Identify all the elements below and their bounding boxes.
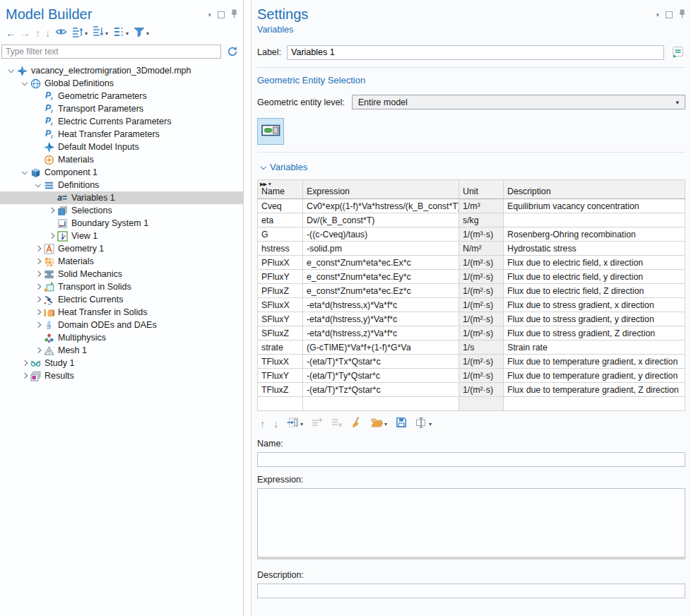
clear-table-button[interactable] — [350, 417, 364, 431]
description-cell[interactable]: Flux due to electric field, x direction — [504, 256, 685, 270]
tree-item-domain-odes-and-daes[interactable]: ddtDomain ODEs and DAEs — [0, 319, 243, 331]
expression-cell[interactable]: -eta*d(hstress,z)*Va*f*c — [303, 326, 459, 340]
tree-collapse-icon[interactable] — [19, 82, 30, 85]
tree-item-definitions[interactable]: Definitions — [0, 179, 243, 191]
tree-item-results[interactable]: Results — [0, 369, 243, 382]
active-toggle-button[interactable] — [257, 118, 284, 145]
description-cell[interactable]: Flux due to stress gradient, y direction — [504, 312, 685, 326]
description-cell[interactable]: Hydrostatic stress — [504, 242, 685, 256]
tree-expand-icon[interactable] — [33, 247, 43, 251]
expression-cell[interactable]: e_const*Znum*eta*ec.Ey*c — [303, 270, 459, 284]
expression-cell[interactable]: -solid.pm — [303, 242, 459, 256]
move-down-button[interactable]: ↓ — [44, 26, 52, 40]
tree-expand-icon[interactable] — [33, 259, 43, 263]
tree-item-selections[interactable]: Selections — [0, 204, 243, 217]
move-up-button[interactable]: ↑ — [34, 26, 42, 40]
panel-menu-icon[interactable]: ▾ — [656, 11, 659, 18]
tree-item-materials[interactable]: Materials — [0, 255, 243, 268]
description-cell[interactable]: Flux due to temperature gradient, y dire… — [504, 369, 685, 383]
pin-panel-icon[interactable] — [679, 8, 685, 21]
collapse-all-button[interactable]: ▾ — [91, 26, 110, 40]
name-cell[interactable]: hstress — [258, 242, 303, 256]
tree-expand-icon[interactable] — [33, 285, 43, 289]
add-button[interactable] — [310, 417, 324, 431]
expression-cell[interactable]: -(eta/T)*Tz*Qstar*c — [303, 383, 459, 397]
expand-all-button[interactable]: ▾ — [71, 26, 89, 40]
label-input[interactable] — [287, 45, 664, 60]
expression-cell[interactable]: -eta*d(hstress,y)*Va*f*c — [303, 312, 459, 326]
tree-item-electric-currents[interactable]: Electric Currents — [0, 293, 243, 306]
tree-item-transport-in-solids[interactable]: Transport in Solids — [0, 280, 243, 293]
tree-item-vacancy-electromigration-3dmodel-mph[interactable]: vacancy_electromigration_3Dmodel.mph — [0, 64, 243, 77]
expression-cell[interactable]: -(eta/T)*Tx*Qstar*c — [303, 355, 459, 369]
tree-item-component-1[interactable]: Component 1 — [0, 166, 243, 179]
panel-menu-icon[interactable]: ▾ — [208, 11, 211, 18]
tree-collapse-icon[interactable] — [19, 171, 30, 174]
back-button[interactable]: ← — [4, 26, 17, 40]
tree-expand-icon[interactable] — [33, 297, 43, 302]
tree-item-heat-transfer-in-solids[interactable]: Heat Transfer in Solids — [0, 306, 243, 319]
description-cell[interactable] — [504, 397, 685, 411]
name-cell[interactable]: PFluxZ — [258, 284, 303, 298]
expression-cell[interactable]: Cv0*exp((1-f)*Va*hstress/(k_B_const*T)) — [303, 199, 459, 213]
expression-cell[interactable]: -((c-Cveq)/taus) — [303, 227, 459, 242]
name-cell[interactable]: TFluxY — [258, 369, 303, 383]
expression-cell[interactable]: e_const*Znum*eta*ec.Ex*c — [303, 256, 459, 270]
refresh-icon[interactable] — [226, 45, 239, 58]
name-cell[interactable]: TFluxZ — [258, 383, 303, 397]
tree-item-materials[interactable]: Materials — [0, 153, 243, 166]
tree-collapse-icon[interactable] — [33, 184, 43, 186]
show-button[interactable] — [54, 26, 69, 40]
description-cell[interactable]: Equilibrium vacancy concentration — [504, 199, 685, 213]
name-cell[interactable]: strate — [258, 340, 303, 355]
description-input[interactable] — [257, 584, 685, 598]
name-cell[interactable]: SFluxZ — [258, 326, 303, 340]
tree-item-transport-parameters[interactable]: PiTransport Parameters — [0, 102, 243, 115]
tree-expand-icon[interactable] — [33, 310, 43, 314]
tree-item-electric-currents-parameters[interactable]: PiElectric Currents Parameters — [0, 115, 243, 128]
description-cell[interactable]: Strain rate — [504, 340, 685, 355]
geometric-entity-level-select[interactable]: Entire model ▾ — [352, 95, 685, 109]
tree-expand-icon[interactable] — [19, 361, 30, 365]
rename-button[interactable] — [670, 45, 685, 60]
edit-field-button[interactable]: ▾ — [414, 417, 433, 431]
tree-expand-icon[interactable] — [33, 272, 43, 276]
description-cell[interactable]: Flux due to electric field, y direction — [504, 270, 685, 284]
name-cell[interactable]: PFluxX — [258, 256, 303, 270]
name-cell[interactable]: G — [258, 227, 303, 242]
float-panel-icon[interactable] — [666, 11, 673, 18]
name-cell[interactable]: Cveq — [258, 199, 303, 213]
name-input[interactable] — [257, 452, 685, 467]
tree-item-study-1[interactable]: Study 1 — [0, 357, 243, 369]
tree-item-boundary-system-1[interactable]: Boundary System 1 — [0, 217, 243, 230]
load-from-file-button[interactable]: ▾ — [370, 417, 389, 431]
forward-button[interactable]: → — [19, 26, 32, 40]
move-to-button[interactable]: ▾ — [285, 417, 305, 431]
tree-item-default-model-inputs[interactable]: Default Model Inputs — [0, 141, 243, 153]
tree-item-heat-transfer-parameters[interactable]: PiHeat Transfer Parameters — [0, 128, 243, 141]
name-cell[interactable]: SFluxY — [258, 312, 303, 326]
tree-collapse-icon[interactable] — [6, 69, 16, 72]
model-tree-node-text-button[interactable]: ▾ — [112, 26, 130, 40]
tree-item-solid-mechanics[interactable]: Solid Mechanics — [0, 268, 243, 280]
description-cell[interactable]: Flux due to electric field, Z direction — [504, 284, 685, 298]
tree-item-geometry-1[interactable]: Geometry 1 — [0, 242, 243, 255]
description-cell[interactable]: Flux due to temperature gradient, Z dire… — [504, 383, 685, 397]
move-down-button[interactable]: ↓ — [272, 417, 280, 431]
tree-expand-icon[interactable] — [19, 374, 30, 378]
pin-panel-icon[interactable] — [231, 8, 237, 21]
expression-cell[interactable]: e_const*Znum*eta*ec.Ez*c — [303, 284, 459, 298]
description-cell[interactable] — [504, 213, 685, 227]
tree-expand-icon[interactable] — [46, 208, 57, 213]
expression-cell[interactable]: -(eta/T)*Ty*Qstar*c — [303, 369, 459, 383]
table-sort-icon[interactable]: ▶▶ ▾ — [260, 181, 271, 187]
delete-button[interactable] — [330, 417, 344, 431]
tree-item-mesh-1[interactable]: Mesh 1 — [0, 344, 243, 357]
filter-input[interactable] — [1, 45, 221, 59]
description-cell[interactable]: Flux due to stress gradient, x direction — [504, 298, 685, 312]
tree-expand-icon[interactable] — [33, 323, 43, 327]
name-cell[interactable]: eta — [258, 213, 303, 227]
expression-cell[interactable]: -eta*d(hstress,x)*Va*f*c — [303, 298, 459, 312]
tree-item-view-1[interactable]: View 1 — [0, 230, 243, 242]
description-cell[interactable]: Flux due to stress gradient, Z direction — [504, 326, 685, 340]
